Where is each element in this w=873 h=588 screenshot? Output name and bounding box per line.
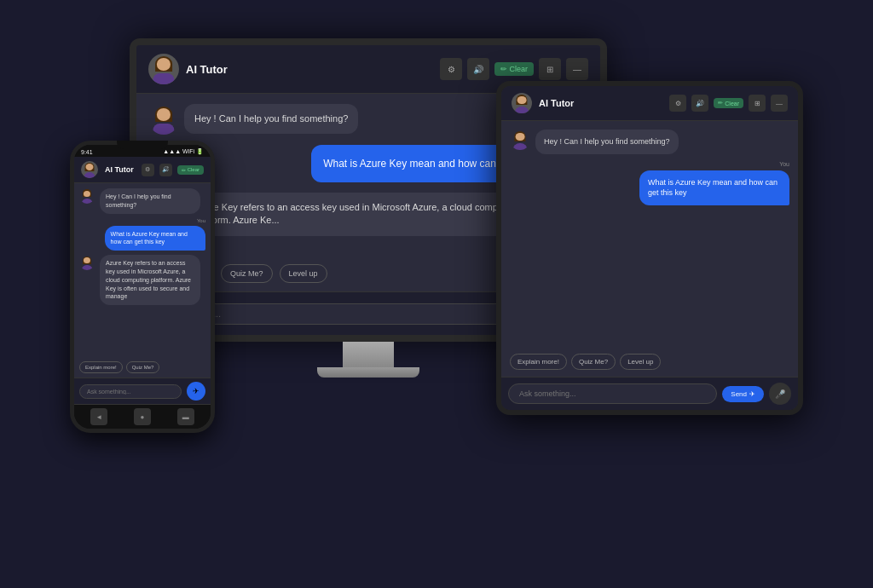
phone-signal: ▲▲▲ WiFi 🔋 xyxy=(163,148,204,155)
tablet-send-button[interactable]: Send ✈ xyxy=(722,386,764,402)
tablet-device: AI Tutor ⚙ 🔊 ✏ Clear ⊞ — xyxy=(496,81,803,415)
phone-clear-icon: ✏ xyxy=(182,167,186,173)
phone-quiz-me-button[interactable]: Quiz Me? xyxy=(126,361,160,373)
desktop-bubble-ai-2: Azure Key refers to an access key used i… xyxy=(184,193,536,236)
desktop-bubble-ai-1: Hey ! Can I help you find something? xyxy=(184,104,358,134)
tablet-minimize-icon[interactable]: — xyxy=(771,95,788,112)
phone-bubble-ai-1: Hey ! Can I help you find something? xyxy=(100,188,200,214)
tablet-explain-more-button[interactable]: Explain more! xyxy=(510,354,567,370)
tablet-quiz-me-button[interactable]: Quiz Me? xyxy=(571,354,616,370)
tablet-side-button xyxy=(802,137,803,171)
tablet-action-buttons: Explain more! Quiz Me? Level up xyxy=(501,354,798,377)
tablet-mic-button[interactable]: 🎤 xyxy=(769,383,791,405)
tablet-level-up-button[interactable]: Level up xyxy=(620,354,661,370)
phone-home-button[interactable]: ● xyxy=(134,408,151,425)
phone-messages: Hey ! Can I help you find something? You… xyxy=(74,183,211,361)
phone-notch xyxy=(117,141,168,149)
phone-msg-user-1: You What is Azure Key mean and how can g… xyxy=(79,218,205,251)
phone-chat-title: AI Tutor xyxy=(105,165,135,174)
scene: AI Tutor ⚙ 🔊 ✏ Clear ⊞ — xyxy=(53,30,820,558)
phone-action-buttons: Explain more! Quiz Me? xyxy=(74,361,211,378)
tablet-bubble-ai-1: Hey ! Can I help you find something? xyxy=(535,130,679,154)
phone-chat-input[interactable] xyxy=(79,384,182,399)
tablet-settings-icon[interactable]: ⚙ xyxy=(669,95,686,112)
phone-chat-ui: AI Tutor ⚙ 🔊 ✏ Clear xyxy=(74,157,211,404)
phone-bubble-ai-2: Azure Key refers to an access key used i… xyxy=(100,255,200,305)
tablet-messages: Hey ! Can I help you find something? You… xyxy=(501,121,798,354)
phone-ai-avatar-msg-2 xyxy=(79,255,95,270)
phone-volume-icon[interactable]: 🔊 xyxy=(159,164,172,176)
expand-icon[interactable]: ⊞ xyxy=(539,58,561,80)
phone-input-row: ✈ xyxy=(74,378,211,404)
phone-explain-more-button[interactable]: Explain more! xyxy=(79,361,123,373)
tablet-ai-avatar xyxy=(512,93,532,113)
monitor-base xyxy=(317,367,419,378)
desktop-header-actions: ⚙ 🔊 ✏ Clear ⊞ — xyxy=(440,58,588,80)
phone-msg-ai-2: Azure Key refers to an access key used i… xyxy=(79,255,205,305)
minimize-icon[interactable]: — xyxy=(566,58,588,80)
phone-bubble-user-1: What is Azure Key mean and how can get t… xyxy=(105,226,205,251)
phone-ai-avatar xyxy=(81,161,98,178)
tablet-chat-input[interactable] xyxy=(508,383,717,404)
monitor-neck xyxy=(343,342,394,367)
phone-time: 9:41 xyxy=(81,149,93,155)
volume-icon[interactable]: 🔊 xyxy=(467,58,489,80)
clear-icon: ✏ xyxy=(500,65,507,73)
phone-body: 9:41 ▲▲▲ WiFi 🔋 AI Tutor xyxy=(70,141,215,433)
phone-user-label: You xyxy=(197,218,205,223)
tablet-header-actions: ⚙ 🔊 ✏ Clear ⊞ — xyxy=(669,95,788,112)
tablet-bubble-user-1: What is Azure Key mean and how can get t… xyxy=(639,170,789,205)
tablet-expand-icon[interactable]: ⊞ xyxy=(749,95,766,112)
send-arrow-icon: ✈ xyxy=(749,390,755,398)
tablet-msg-ai-1: Hey ! Can I help you find something? xyxy=(510,130,789,154)
phone-clear-button[interactable]: ✏ Clear xyxy=(177,165,204,175)
phone-ai-avatar-msg xyxy=(79,188,95,204)
phone-header-actions: ⚙ 🔊 ✏ Clear xyxy=(142,164,204,176)
tablet-input-row: Send ✈ 🎤 xyxy=(501,377,798,410)
phone-mic-button[interactable]: ✈ xyxy=(187,382,205,401)
phone-settings-icon[interactable]: ⚙ xyxy=(142,164,154,176)
tablet-chat-ui: AI Tutor ⚙ 🔊 ✏ Clear ⊞ — xyxy=(501,86,798,410)
desktop-chat-title: AI Tutor xyxy=(186,63,433,76)
quiz-me-button[interactable]: Quiz Me? xyxy=(221,264,273,283)
desktop-ai-avatar-1 xyxy=(148,104,179,135)
tablet-msg-user-1: You What is Azure Key mean and how can g… xyxy=(510,161,789,205)
desktop-ai-avatar xyxy=(148,54,179,84)
phone-back-button[interactable]: ◄ xyxy=(90,408,107,425)
phone-bottom-nav: ◄ ● ▬ xyxy=(74,404,211,429)
tablet-user-label: You xyxy=(779,161,789,167)
phone-msg-ai-1: Hey ! Can I help you find something? xyxy=(79,188,205,214)
tablet-chat-header: AI Tutor ⚙ 🔊 ✏ Clear ⊞ — xyxy=(501,86,798,121)
phone-chat-header: AI Tutor ⚙ 🔊 ✏ Clear xyxy=(74,157,211,183)
tablet-chat-title: AI Tutor xyxy=(539,98,662,108)
clear-button[interactable]: ✏ Clear xyxy=(494,62,534,76)
tablet-volume-icon[interactable]: 🔊 xyxy=(691,95,708,112)
tablet-ai-avatar-msg-1 xyxy=(510,130,530,150)
tablet-clear-icon: ✏ xyxy=(718,100,723,107)
tablet-clear-button[interactable]: ✏ Clear xyxy=(714,98,743,108)
phone-device: 9:41 ▲▲▲ WiFi 🔋 AI Tutor xyxy=(70,141,215,433)
tablet-body: AI Tutor ⚙ 🔊 ✏ Clear ⊞ — xyxy=(496,81,803,415)
level-up-button[interactable]: Level up xyxy=(280,264,327,283)
phone-menu-button[interactable]: ▬ xyxy=(177,408,194,425)
settings-icon[interactable]: ⚙ xyxy=(440,58,462,80)
